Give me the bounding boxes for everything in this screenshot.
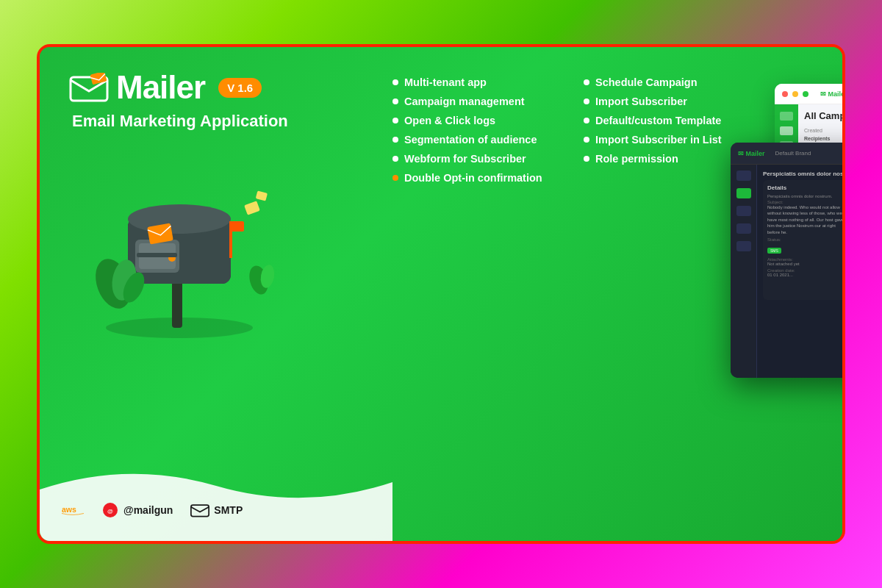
mailgun-integration: @ @mailgun xyxy=(101,501,173,519)
logo-row: Mailer V 1.6 xyxy=(69,69,378,106)
dark-main: Perspiciatis omnis dolor nostrum. Detail… xyxy=(757,165,842,378)
mailgun-label: @mailgun xyxy=(123,504,173,516)
dark-sidebar-icon-2 xyxy=(736,188,751,198)
feature-dot-3 xyxy=(392,118,398,123)
features-section: Multi-tenant app Campaign management Ope… xyxy=(378,69,745,541)
feature-template: Default/custom Template xyxy=(584,115,745,126)
svg-rect-17 xyxy=(244,201,260,215)
features-col-right: Schedule Campaign Import Subscriber Defa… xyxy=(584,76,745,541)
svg-point-6 xyxy=(128,204,231,234)
feature-webform: Webform for Subscriber xyxy=(392,153,554,165)
svg-rect-18 xyxy=(256,190,268,201)
dark-sidebar xyxy=(731,165,757,378)
feature-dot-10 xyxy=(584,137,589,143)
feature-segmentation: Segmentation of audience xyxy=(392,134,554,146)
dark-sidebar-icon-4 xyxy=(736,223,751,234)
window-close-dot xyxy=(782,91,788,97)
sidebar-icon-2 xyxy=(780,126,793,135)
detail-subject: Subject: Nobody indeed. Who would not al… xyxy=(767,200,842,235)
dark-sidebar-icon-5 xyxy=(736,241,751,251)
screenshots-area: ✉ Mailer Default Brand ▾ xyxy=(745,69,842,541)
smtp-integration: SMTP xyxy=(190,503,243,517)
features-col-left: Multi-tenant app Campaign management Ope… xyxy=(392,76,554,541)
sb-logo: ✉ Mailer xyxy=(820,90,842,98)
feature-role: Role permission xyxy=(584,153,745,165)
feature-schedule: Schedule Campaign xyxy=(584,76,745,88)
detail-attach: Attachments: Not attached yet xyxy=(767,257,842,266)
mailbox-illustration xyxy=(69,151,304,328)
feature-import-list: Import Subscriber in List xyxy=(584,134,745,146)
detail-perspi: Perspiciatis omnis dolor nostrum. xyxy=(767,194,842,198)
window-maximize-dot xyxy=(803,91,808,97)
sidebar-icon-1 xyxy=(780,112,793,121)
version-badge: V 1.6 xyxy=(218,78,262,98)
feature-dot-7 xyxy=(584,79,589,85)
feature-dot-1 xyxy=(392,79,398,85)
left-section: Mailer V 1.6 Email Marketing Application xyxy=(69,69,378,541)
dark-sidebar-icon-3 xyxy=(736,206,751,216)
main-banner: Mailer V 1.6 Email Marketing Application xyxy=(37,44,845,544)
feature-dot-6 xyxy=(392,175,398,181)
feature-optin: Double Opt-in confirmation xyxy=(392,172,554,184)
svg-text:aws: aws xyxy=(62,505,76,514)
details-panel: Details Perspiciatis omnis dolor nostrum… xyxy=(763,180,842,300)
campaign-detail-title: Perspiciatis omnis dolor nostrum. xyxy=(763,171,842,177)
feature-campaign-mgmt: Campaign management xyxy=(392,96,554,107)
svg-text:@: @ xyxy=(107,508,113,514)
campaigns-title: All Campaigns xyxy=(804,110,842,121)
dark-topbar: ✉ Mailer Default Brand John Doe JD xyxy=(731,143,842,165)
mailgun-icon: @ xyxy=(101,501,119,519)
th-created: Created xyxy=(804,128,838,133)
app-tagline: Email Marketing Application xyxy=(72,112,378,131)
aws-icon: aws xyxy=(62,503,84,517)
window-minimize-dot xyxy=(792,91,798,97)
feature-import-sub: Import Subscriber xyxy=(584,96,745,107)
logo-envelope-icon xyxy=(69,73,109,102)
feature-dot-11 xyxy=(584,156,589,162)
feature-multi-tenant: Multi-tenant app xyxy=(392,76,554,88)
dark-brand: Default Brand xyxy=(775,150,811,157)
dark-logo: ✉ Mailer xyxy=(738,150,765,157)
mailbox-svg xyxy=(69,151,290,343)
content-header: All Campaigns Add C... xyxy=(804,110,842,121)
screenshot-campaign-detail: ✉ Mailer Default Brand John Doe JD xyxy=(731,143,842,378)
feature-dot-5 xyxy=(392,156,398,162)
feature-click-logs: Open & Click logs xyxy=(392,115,554,126)
detail-creation: Creation date: 01 01 2021... xyxy=(767,268,842,277)
integrations-bar: aws @ @mailgun SMTP xyxy=(62,501,243,519)
aws-integration: aws xyxy=(62,503,84,517)
smtp-icon xyxy=(190,503,209,517)
feature-dot-8 xyxy=(584,98,589,104)
svg-rect-10 xyxy=(137,253,177,257)
topbar-light: ✉ Mailer Default Brand ▾ xyxy=(775,84,842,104)
dark-body: Perspiciatis omnis dolor nostrum. Detail… xyxy=(731,165,842,378)
svg-rect-13 xyxy=(229,221,244,232)
detail-status: Status: SMS xyxy=(767,237,842,255)
table-header: Created Status Time period Show archived… xyxy=(804,127,842,133)
app-name: Mailer xyxy=(116,69,205,106)
svg-rect-42 xyxy=(191,505,209,517)
smtp-label: SMTP xyxy=(214,504,243,516)
col-headers: Recipients Click rate Open rate xyxy=(804,136,842,141)
status-badge-sms: SMS xyxy=(767,248,781,254)
feature-dot-9 xyxy=(584,118,589,123)
details-label: Details xyxy=(767,184,842,191)
feature-dot-4 xyxy=(392,137,398,143)
col-recipients: Recipients xyxy=(804,136,842,141)
feature-dot-2 xyxy=(392,98,398,104)
dark-sidebar-icon-1 xyxy=(736,171,751,181)
